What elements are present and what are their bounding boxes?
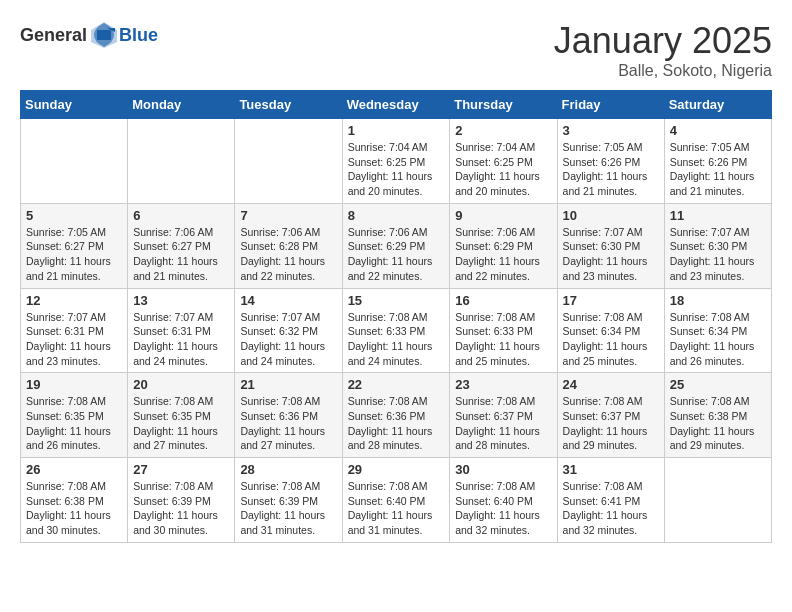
day-number: 23 [455, 377, 551, 392]
day-info: Sunrise: 7:08 AM Sunset: 6:34 PM Dayligh… [563, 310, 659, 369]
month-title: January 2025 [554, 20, 772, 62]
day-header-saturday: Saturday [664, 91, 771, 119]
day-number: 26 [26, 462, 122, 477]
day-header-tuesday: Tuesday [235, 91, 342, 119]
day-number: 9 [455, 208, 551, 223]
day-info: Sunrise: 7:08 AM Sunset: 6:33 PM Dayligh… [348, 310, 445, 369]
day-number: 27 [133, 462, 229, 477]
day-info: Sunrise: 7:08 AM Sunset: 6:39 PM Dayligh… [133, 479, 229, 538]
day-info: Sunrise: 7:08 AM Sunset: 6:35 PM Dayligh… [26, 394, 122, 453]
title-area: January 2025 Balle, Sokoto, Nigeria [554, 20, 772, 80]
calendar-cell: 13Sunrise: 7:07 AM Sunset: 6:31 PM Dayli… [128, 288, 235, 373]
calendar-cell: 25Sunrise: 7:08 AM Sunset: 6:38 PM Dayli… [664, 373, 771, 458]
calendar-cell: 14Sunrise: 7:07 AM Sunset: 6:32 PM Dayli… [235, 288, 342, 373]
calendar-cell: 30Sunrise: 7:08 AM Sunset: 6:40 PM Dayli… [450, 458, 557, 543]
days-header-row: SundayMondayTuesdayWednesdayThursdayFrid… [21, 91, 772, 119]
day-number: 29 [348, 462, 445, 477]
calendar-cell [235, 119, 342, 204]
calendar-cell: 15Sunrise: 7:08 AM Sunset: 6:33 PM Dayli… [342, 288, 450, 373]
day-number: 11 [670, 208, 766, 223]
calendar-cell: 5Sunrise: 7:05 AM Sunset: 6:27 PM Daylig… [21, 203, 128, 288]
day-number: 13 [133, 293, 229, 308]
day-info: Sunrise: 7:05 AM Sunset: 6:27 PM Dayligh… [26, 225, 122, 284]
day-info: Sunrise: 7:08 AM Sunset: 6:36 PM Dayligh… [348, 394, 445, 453]
calendar-week-row: 26Sunrise: 7:08 AM Sunset: 6:38 PM Dayli… [21, 458, 772, 543]
day-header-monday: Monday [128, 91, 235, 119]
day-info: Sunrise: 7:08 AM Sunset: 6:38 PM Dayligh… [670, 394, 766, 453]
calendar-cell: 9Sunrise: 7:06 AM Sunset: 6:29 PM Daylig… [450, 203, 557, 288]
day-info: Sunrise: 7:08 AM Sunset: 6:36 PM Dayligh… [240, 394, 336, 453]
day-info: Sunrise: 7:08 AM Sunset: 6:38 PM Dayligh… [26, 479, 122, 538]
logo-blue: Blue [119, 25, 158, 46]
calendar-cell: 24Sunrise: 7:08 AM Sunset: 6:37 PM Dayli… [557, 373, 664, 458]
day-number: 24 [563, 377, 659, 392]
day-info: Sunrise: 7:08 AM Sunset: 6:40 PM Dayligh… [348, 479, 445, 538]
day-number: 5 [26, 208, 122, 223]
logo-flag-icon [89, 20, 119, 50]
logo-general: General [20, 25, 87, 46]
day-number: 25 [670, 377, 766, 392]
day-info: Sunrise: 7:08 AM Sunset: 6:37 PM Dayligh… [563, 394, 659, 453]
day-info: Sunrise: 7:08 AM Sunset: 6:34 PM Dayligh… [670, 310, 766, 369]
day-info: Sunrise: 7:08 AM Sunset: 6:35 PM Dayligh… [133, 394, 229, 453]
day-number: 4 [670, 123, 766, 138]
day-info: Sunrise: 7:08 AM Sunset: 6:33 PM Dayligh… [455, 310, 551, 369]
calendar-week-row: 12Sunrise: 7:07 AM Sunset: 6:31 PM Dayli… [21, 288, 772, 373]
day-info: Sunrise: 7:07 AM Sunset: 6:32 PM Dayligh… [240, 310, 336, 369]
day-info: Sunrise: 7:06 AM Sunset: 6:29 PM Dayligh… [348, 225, 445, 284]
calendar-cell: 3Sunrise: 7:05 AM Sunset: 6:26 PM Daylig… [557, 119, 664, 204]
calendar-cell: 31Sunrise: 7:08 AM Sunset: 6:41 PM Dayli… [557, 458, 664, 543]
day-header-thursday: Thursday [450, 91, 557, 119]
day-number: 18 [670, 293, 766, 308]
day-number: 10 [563, 208, 659, 223]
day-info: Sunrise: 7:07 AM Sunset: 6:30 PM Dayligh… [670, 225, 766, 284]
calendar-cell: 1Sunrise: 7:04 AM Sunset: 6:25 PM Daylig… [342, 119, 450, 204]
calendar-cell: 19Sunrise: 7:08 AM Sunset: 6:35 PM Dayli… [21, 373, 128, 458]
calendar-cell: 28Sunrise: 7:08 AM Sunset: 6:39 PM Dayli… [235, 458, 342, 543]
calendar-cell [664, 458, 771, 543]
calendar-week-row: 5Sunrise: 7:05 AM Sunset: 6:27 PM Daylig… [21, 203, 772, 288]
day-header-wednesday: Wednesday [342, 91, 450, 119]
calendar-cell [128, 119, 235, 204]
day-info: Sunrise: 7:07 AM Sunset: 6:30 PM Dayligh… [563, 225, 659, 284]
day-number: 21 [240, 377, 336, 392]
day-info: Sunrise: 7:06 AM Sunset: 6:27 PM Dayligh… [133, 225, 229, 284]
calendar-cell: 7Sunrise: 7:06 AM Sunset: 6:28 PM Daylig… [235, 203, 342, 288]
day-number: 20 [133, 377, 229, 392]
calendar-cell: 4Sunrise: 7:05 AM Sunset: 6:26 PM Daylig… [664, 119, 771, 204]
day-info: Sunrise: 7:08 AM Sunset: 6:37 PM Dayligh… [455, 394, 551, 453]
day-number: 30 [455, 462, 551, 477]
calendar-cell: 10Sunrise: 7:07 AM Sunset: 6:30 PM Dayli… [557, 203, 664, 288]
calendar-cell: 21Sunrise: 7:08 AM Sunset: 6:36 PM Dayli… [235, 373, 342, 458]
calendar-cell: 26Sunrise: 7:08 AM Sunset: 6:38 PM Dayli… [21, 458, 128, 543]
calendar-week-row: 19Sunrise: 7:08 AM Sunset: 6:35 PM Dayli… [21, 373, 772, 458]
calendar-table: SundayMondayTuesdayWednesdayThursdayFrid… [20, 90, 772, 543]
day-number: 6 [133, 208, 229, 223]
day-number: 22 [348, 377, 445, 392]
page-header: General Blue January 2025 Balle, Sokoto,… [20, 20, 772, 80]
calendar-cell: 6Sunrise: 7:06 AM Sunset: 6:27 PM Daylig… [128, 203, 235, 288]
calendar-cell: 16Sunrise: 7:08 AM Sunset: 6:33 PM Dayli… [450, 288, 557, 373]
day-number: 12 [26, 293, 122, 308]
day-number: 2 [455, 123, 551, 138]
day-number: 16 [455, 293, 551, 308]
day-info: Sunrise: 7:07 AM Sunset: 6:31 PM Dayligh… [133, 310, 229, 369]
calendar-cell: 20Sunrise: 7:08 AM Sunset: 6:35 PM Dayli… [128, 373, 235, 458]
day-header-friday: Friday [557, 91, 664, 119]
day-info: Sunrise: 7:04 AM Sunset: 6:25 PM Dayligh… [455, 140, 551, 199]
day-info: Sunrise: 7:05 AM Sunset: 6:26 PM Dayligh… [670, 140, 766, 199]
day-number: 3 [563, 123, 659, 138]
day-number: 1 [348, 123, 445, 138]
calendar-cell [21, 119, 128, 204]
day-info: Sunrise: 7:06 AM Sunset: 6:29 PM Dayligh… [455, 225, 551, 284]
day-info: Sunrise: 7:08 AM Sunset: 6:39 PM Dayligh… [240, 479, 336, 538]
day-info: Sunrise: 7:05 AM Sunset: 6:26 PM Dayligh… [563, 140, 659, 199]
day-info: Sunrise: 7:06 AM Sunset: 6:28 PM Dayligh… [240, 225, 336, 284]
day-info: Sunrise: 7:08 AM Sunset: 6:40 PM Dayligh… [455, 479, 551, 538]
calendar-cell: 29Sunrise: 7:08 AM Sunset: 6:40 PM Dayli… [342, 458, 450, 543]
day-number: 15 [348, 293, 445, 308]
day-info: Sunrise: 7:04 AM Sunset: 6:25 PM Dayligh… [348, 140, 445, 199]
day-number: 17 [563, 293, 659, 308]
day-number: 8 [348, 208, 445, 223]
calendar-cell: 12Sunrise: 7:07 AM Sunset: 6:31 PM Dayli… [21, 288, 128, 373]
